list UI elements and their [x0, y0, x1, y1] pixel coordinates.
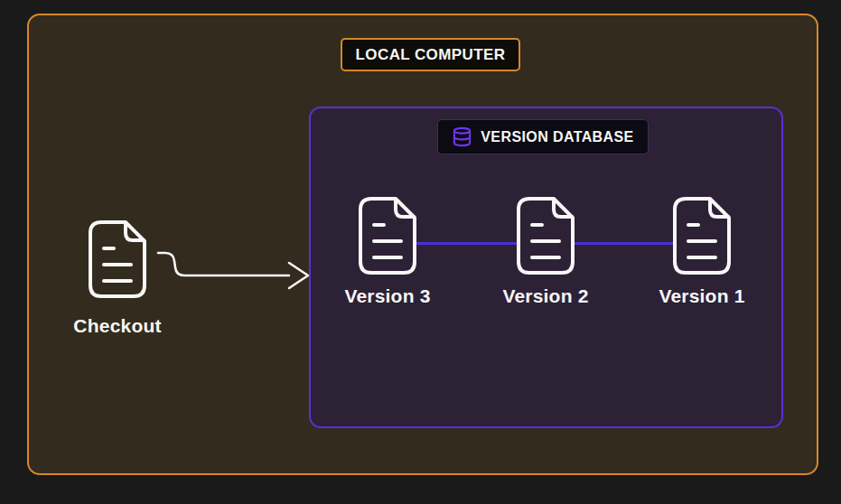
diagram-canvas: LOCAL COMPUTER Checkout	[0, 0, 841, 504]
version-2-label: Version 2	[502, 285, 588, 307]
database-icon	[452, 126, 472, 147]
checkout-arrow-icon	[154, 242, 316, 298]
version-3-file: Version 3	[337, 196, 438, 307]
version-database-container: VERSION DATABASE Version 3	[309, 107, 783, 428]
local-computer-label: LOCAL COMPUTER	[341, 38, 520, 71]
version-database-label: VERSION DATABASE	[437, 119, 649, 154]
version-database-label-text: VERSION DATABASE	[481, 129, 633, 145]
file-text-icon	[514, 196, 577, 275]
file-text-icon	[86, 219, 149, 303]
version-1-file: Version 1	[651, 196, 752, 307]
file-text-icon	[670, 196, 734, 275]
local-computer-label-text: LOCAL COMPUTER	[356, 46, 506, 64]
checkout-label: Checkout	[73, 315, 161, 337]
file-text-icon	[356, 196, 419, 275]
version-2-file: Version 2	[495, 196, 596, 307]
version-3-label: Version 3	[344, 285, 430, 307]
version-1-label: Version 1	[659, 285, 744, 307]
